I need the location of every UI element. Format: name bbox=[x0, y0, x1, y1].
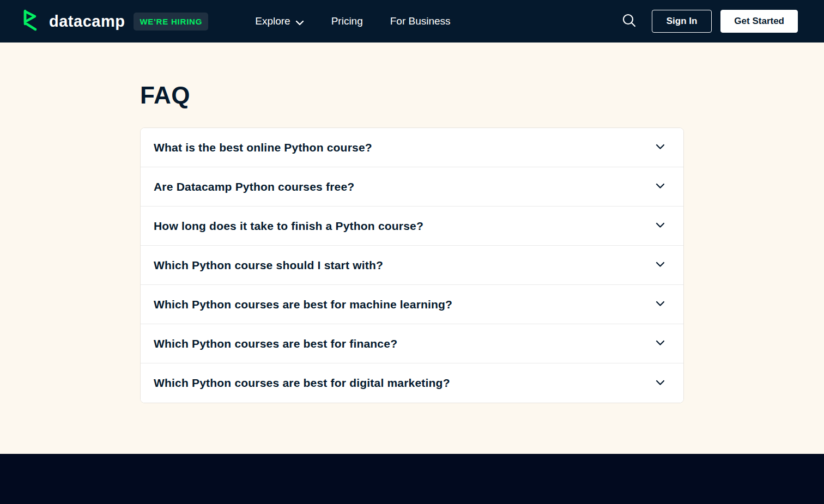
chevron-down-icon bbox=[656, 261, 665, 269]
sign-in-button[interactable]: Sign In bbox=[652, 10, 712, 33]
faq-accordion: What is the best online Python course? A… bbox=[140, 127, 684, 403]
nav-item-explore[interactable]: Explore bbox=[255, 15, 304, 28]
search-icon bbox=[622, 13, 637, 29]
datacamp-logo-icon bbox=[22, 9, 43, 33]
nav-item-explore-label: Explore bbox=[255, 15, 290, 27]
chevron-down-icon bbox=[656, 300, 665, 308]
logo-group: datacamp WE'RE HIRING bbox=[22, 9, 208, 33]
faq-item-3[interactable]: How long does it take to finish a Python… bbox=[141, 207, 683, 246]
faq-item-2[interactable]: Are Datacamp Python courses free? bbox=[141, 167, 683, 207]
chevron-down-icon bbox=[656, 379, 665, 387]
faq-question: How long does it take to finish a Python… bbox=[154, 220, 423, 233]
chevron-down-icon bbox=[656, 183, 665, 191]
faq-question: Which Python courses are best for machin… bbox=[154, 298, 452, 311]
header: datacamp WE'RE HIRING Explore Pricing Fo… bbox=[0, 0, 824, 42]
page-title: FAQ bbox=[140, 42, 684, 109]
footer bbox=[0, 454, 824, 504]
chevron-down-icon bbox=[656, 143, 665, 151]
faq-question: What is the best online Python course? bbox=[154, 141, 372, 154]
faq-question: Which Python courses are best for digita… bbox=[154, 377, 450, 390]
header-actions: Sign In Get Started bbox=[619, 10, 798, 33]
nav-item-pricing[interactable]: Pricing bbox=[331, 15, 363, 27]
faq-question: Are Datacamp Python courses free? bbox=[154, 180, 354, 193]
main-nav: Explore Pricing For Business bbox=[255, 15, 450, 28]
chevron-down-icon bbox=[656, 222, 665, 230]
chevron-down-icon bbox=[656, 339, 665, 348]
faq-item-1[interactable]: What is the best online Python course? bbox=[141, 128, 683, 167]
faq-item-5[interactable]: Which Python courses are best for machin… bbox=[141, 285, 683, 324]
get-started-button[interactable]: Get Started bbox=[720, 10, 798, 33]
faq-question: Which Python course should I start with? bbox=[154, 259, 383, 272]
datacamp-logo[interactable]: datacamp bbox=[22, 9, 125, 33]
search-button[interactable] bbox=[619, 10, 640, 33]
faq-question: Which Python courses are best for financ… bbox=[154, 337, 397, 350]
faq-section: FAQ What is the best online Python cours… bbox=[0, 42, 824, 454]
faq-item-6[interactable]: Which Python courses are best for financ… bbox=[141, 324, 683, 363]
faq-item-4[interactable]: Which Python course should I start with? bbox=[141, 246, 683, 285]
hiring-badge[interactable]: WE'RE HIRING bbox=[134, 13, 208, 31]
datacamp-logo-text: datacamp bbox=[49, 13, 125, 31]
chevron-down-icon bbox=[295, 16, 304, 28]
nav-item-for-business[interactable]: For Business bbox=[390, 15, 451, 27]
faq-item-7[interactable]: Which Python courses are best for digita… bbox=[141, 363, 683, 403]
faq-container: FAQ What is the best online Python cours… bbox=[140, 42, 684, 403]
